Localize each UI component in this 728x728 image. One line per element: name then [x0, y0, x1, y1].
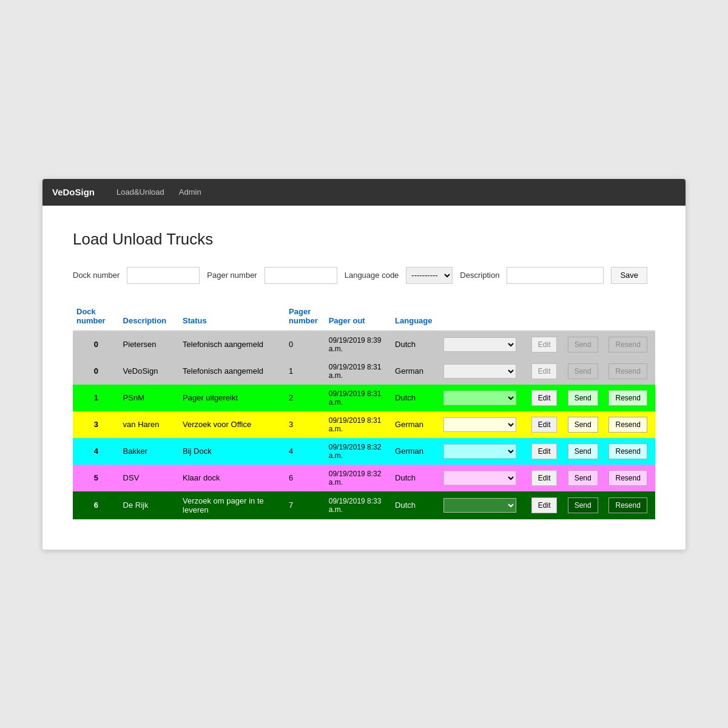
- cell-resend[interactable]: Resend: [605, 358, 655, 385]
- resend-button-6[interactable]: Resend: [608, 497, 647, 513]
- resend-button-1[interactable]: Resend: [608, 363, 647, 379]
- cell-send[interactable]: Send: [564, 385, 605, 411]
- description-label: Description: [460, 271, 499, 280]
- cell-select[interactable]: [440, 358, 527, 385]
- row-select-1[interactable]: [443, 364, 516, 379]
- cell-resend[interactable]: Resend: [605, 491, 655, 519]
- cell-pager: 1: [285, 358, 325, 385]
- cell-pagerout: 09/19/2019 8:32 a.m.: [325, 465, 391, 491]
- cell-status: Verzoek om pager in te leveren: [179, 491, 285, 519]
- cell-language: German: [391, 358, 440, 385]
- th-edit: [528, 302, 564, 331]
- resend-button-2[interactable]: Resend: [608, 390, 647, 406]
- resend-button-3[interactable]: Resend: [608, 417, 647, 433]
- cell-status: Telefonisch aangemeld: [179, 358, 285, 385]
- row-select-0[interactable]: [443, 337, 516, 352]
- row-select-3[interactable]: [443, 417, 516, 432]
- cell-send[interactable]: Send: [564, 438, 605, 465]
- cell-status: Klaar dock: [179, 465, 285, 491]
- cell-status: Bij Dock: [179, 438, 285, 465]
- cell-pagerout: 09/19/2019 8:31 a.m.: [325, 411, 391, 438]
- cell-edit[interactable]: Edit: [528, 491, 564, 519]
- edit-button-2[interactable]: Edit: [531, 390, 558, 406]
- cell-select[interactable]: [440, 465, 527, 491]
- resend-button-0[interactable]: Resend: [608, 337, 647, 352]
- cell-edit[interactable]: Edit: [528, 465, 564, 491]
- th-pager: Pager number: [285, 302, 325, 331]
- th-send: [564, 302, 605, 331]
- edit-button-4[interactable]: Edit: [531, 443, 558, 459]
- cell-select[interactable]: [440, 331, 527, 358]
- th-dock: Dock number: [73, 302, 120, 331]
- resend-button-4[interactable]: Resend: [608, 443, 647, 459]
- table-row: 3van HarenVerzoek voor Office309/19/2019…: [73, 411, 655, 438]
- cell-resend[interactable]: Resend: [605, 331, 655, 358]
- dock-number-input[interactable]: [127, 267, 200, 284]
- cell-send[interactable]: Send: [564, 331, 605, 358]
- cell-select[interactable]: [440, 491, 527, 519]
- table-row: 4BakkerBij Dock409/19/2019 8:32 a.m.Germ…: [73, 438, 655, 465]
- cell-status: Verzoek voor Office: [179, 411, 285, 438]
- cell-resend[interactable]: Resend: [605, 465, 655, 491]
- cell-status: Telefonisch aangemeld: [179, 331, 285, 358]
- cell-dock: 3: [73, 411, 120, 438]
- send-button-0[interactable]: Send: [568, 337, 598, 352]
- description-input[interactable]: [507, 267, 604, 284]
- cell-send[interactable]: Send: [564, 491, 605, 519]
- cell-description: van Haren: [120, 411, 179, 438]
- edit-button-6[interactable]: Edit: [531, 497, 558, 513]
- edit-button-0[interactable]: Edit: [531, 337, 558, 352]
- row-select-4[interactable]: [443, 444, 516, 459]
- edit-button-1[interactable]: Edit: [531, 363, 558, 379]
- cell-language: Dutch: [391, 385, 440, 411]
- resend-button-5[interactable]: Resend: [608, 470, 647, 486]
- row-select-5[interactable]: [443, 471, 516, 485]
- cell-send[interactable]: Send: [564, 465, 605, 491]
- language-code-select[interactable]: ---------- Dutch German: [406, 267, 453, 284]
- page-title: Load Unload Trucks: [73, 230, 655, 249]
- cell-pager: 0: [285, 331, 325, 358]
- cell-description: DSV: [120, 465, 179, 491]
- cell-pagerout: 09/19/2019 8:31 a.m.: [325, 385, 391, 411]
- cell-description: VeDoSign: [120, 358, 179, 385]
- cell-pagerout: 09/19/2019 8:31 a.m.: [325, 358, 391, 385]
- cell-description: Bakker: [120, 438, 179, 465]
- cell-resend[interactable]: Resend: [605, 438, 655, 465]
- send-button-3[interactable]: Send: [568, 417, 598, 433]
- send-button-4[interactable]: Send: [568, 443, 598, 459]
- cell-send[interactable]: Send: [564, 358, 605, 385]
- save-button[interactable]: Save: [611, 267, 647, 284]
- cell-pagerout: 09/19/2019 8:39 a.m.: [325, 331, 391, 358]
- row-select-6[interactable]: [443, 498, 516, 513]
- send-button-6[interactable]: Send: [568, 497, 598, 513]
- pager-number-input[interactable]: [265, 267, 337, 284]
- edit-button-5[interactable]: Edit: [531, 470, 558, 486]
- cell-select[interactable]: [440, 438, 527, 465]
- row-select-2[interactable]: [443, 391, 516, 405]
- page-wrapper: VeDoSign Load&Unload Admin Load Unload T…: [42, 179, 686, 550]
- navbar-item-loadunload[interactable]: Load&Unload: [109, 179, 172, 206]
- cell-pager: 7: [285, 491, 325, 519]
- cell-edit[interactable]: Edit: [528, 358, 564, 385]
- cell-select[interactable]: [440, 385, 527, 411]
- cell-select[interactable]: [440, 411, 527, 438]
- send-button-1[interactable]: Send: [568, 363, 598, 379]
- navbar-brand: VeDoSign: [52, 187, 95, 197]
- send-button-5[interactable]: Send: [568, 470, 598, 486]
- cell-edit[interactable]: Edit: [528, 385, 564, 411]
- cell-description: De Rijk: [120, 491, 179, 519]
- cell-edit[interactable]: Edit: [528, 438, 564, 465]
- cell-resend[interactable]: Resend: [605, 385, 655, 411]
- cell-dock: 0: [73, 358, 120, 385]
- cell-status: Pager uitgereikt: [179, 385, 285, 411]
- cell-dock: 4: [73, 438, 120, 465]
- navbar-item-admin[interactable]: Admin: [172, 179, 209, 206]
- th-select: [440, 302, 527, 331]
- edit-button-3[interactable]: Edit: [531, 417, 558, 433]
- th-resend: [605, 302, 655, 331]
- send-button-2[interactable]: Send: [568, 390, 598, 406]
- cell-resend[interactable]: Resend: [605, 411, 655, 438]
- cell-edit[interactable]: Edit: [528, 411, 564, 438]
- cell-edit[interactable]: Edit: [528, 331, 564, 358]
- cell-send[interactable]: Send: [564, 411, 605, 438]
